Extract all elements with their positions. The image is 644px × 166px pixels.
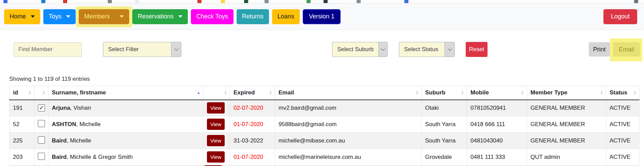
nav-home-button[interactable]: Home <box>4 9 40 24</box>
cell-status: ACTIVE <box>606 149 640 165</box>
column-header-mobile[interactable]: Mobile ▲▼ <box>467 86 527 100</box>
nav-members-button[interactable]: Members <box>79 9 129 24</box>
chevron-down-icon <box>66 15 70 18</box>
sort-icons: ▲▼ <box>42 90 45 95</box>
cell-suburb: Otaki <box>422 100 467 116</box>
column-header-status[interactable]: Status ▲▼ <box>606 86 640 100</box>
row-checkbox[interactable] <box>38 153 45 160</box>
cell-member-type: GENERAL MEMBER <box>527 116 606 133</box>
favicon-icon <box>135 0 139 3</box>
browser-bookmarks-sliver <box>0 0 644 3</box>
cell-mobile: 07810520941 <box>467 100 527 116</box>
favicon-icon <box>244 0 248 3</box>
sort-icons: ▲▼ <box>600 90 603 95</box>
cell-id: 191 <box>10 100 34 116</box>
view-button[interactable]: View <box>207 151 225 163</box>
nav-returns-button[interactable]: Returns <box>237 9 269 24</box>
email-button[interactable]: Email <box>613 42 640 57</box>
cell-status: ACTIVE <box>606 133 640 149</box>
main-navbar: Home Toys Members Reservations Check Toy… <box>0 3 644 30</box>
sort-icons: ▲▼ <box>416 90 419 95</box>
dropdown-arrow-box <box>378 42 387 57</box>
cell-member-type: QUT admin <box>527 149 606 165</box>
column-header-id[interactable]: id ▲▼ <box>10 86 34 100</box>
nav-toys-button[interactable]: Toys <box>43 9 76 24</box>
chevron-down-icon <box>448 46 452 51</box>
cell-mobile: 0481043040 <box>467 133 527 149</box>
column-header-suburb[interactable]: Suburb ▲▼ <box>422 86 467 100</box>
cell-id: 225 <box>10 133 34 149</box>
sort-icons: ▲▼ <box>224 90 227 95</box>
nav-members-label: Members <box>84 13 110 20</box>
cell-email: 9588baird@gmail.com <box>275 116 422 133</box>
column-header-member-type[interactable]: Member Type ▲▼ <box>527 86 606 100</box>
cell-email: michelle@marineleisure.com.au <box>275 149 422 165</box>
view-button[interactable]: View <box>207 119 225 130</box>
favicon-icon <box>197 0 201 3</box>
nav-check-toys-button[interactable]: Check Toys <box>191 9 234 24</box>
sort-ascending-icon: ▲ <box>197 91 200 95</box>
cell-suburb: Grovedale <box>422 149 467 165</box>
select-suburb-value: Select Suburb <box>332 46 378 53</box>
select-status-dropdown[interactable]: Select Status <box>399 42 455 57</box>
button-divider <box>115 10 116 24</box>
table-row: 225 Baird, Michelle View 31-03-2022 mich… <box>10 133 640 149</box>
nav-version-button[interactable]: Version 1 <box>303 9 341 24</box>
email-highlight-wrapper: Email <box>613 42 640 57</box>
column-header-checkbox[interactable]: ▲▼ <box>34 86 48 100</box>
sort-icons: ▲▼ <box>269 90 272 95</box>
table-header-row: id ▲▼ ▲▼ Surname, firstname ▲ ▲▼ Expired… <box>10 86 640 100</box>
cell-suburb: South Yarra <box>422 116 467 133</box>
select-filter-value: Select Filter <box>103 46 171 53</box>
table-row: 52 ASHTON, Michelle View 01-07-2020 9588… <box>10 116 640 133</box>
chevron-down-icon <box>120 15 124 18</box>
filter-toolbar: Select Filter Select Suburb Select Statu… <box>0 42 644 57</box>
column-header-expired[interactable]: Expired ▲▼ <box>230 86 275 100</box>
find-member-input[interactable] <box>14 42 82 57</box>
column-header-email[interactable]: Email ▲▼ <box>275 86 422 100</box>
row-checkbox[interactable] <box>38 104 45 111</box>
column-header-view[interactable]: ▲▼ <box>204 86 230 100</box>
nav-home-label: Home <box>10 13 26 20</box>
cell-status: ACTIVE <box>606 100 640 116</box>
favicon-icon <box>634 0 638 3</box>
cell-id: 52 <box>10 116 34 133</box>
row-checkbox[interactable] <box>38 136 45 144</box>
favicon-icon <box>3 0 8 3</box>
cell-email: michelle@mibase.com.au <box>275 133 422 149</box>
select-suburb-dropdown[interactable]: Select Suburb <box>332 42 388 57</box>
view-button[interactable]: View <box>207 135 225 146</box>
favicon-icon <box>221 0 225 3</box>
reset-button[interactable]: Reset <box>466 42 488 57</box>
dropdown-arrow-box <box>171 42 181 57</box>
sort-icons: ▲▼ <box>28 90 31 95</box>
column-header-name[interactable]: Surname, firstname ▲ <box>48 86 204 100</box>
cell-id: 203 <box>10 149 34 165</box>
view-button[interactable]: View <box>207 102 225 114</box>
cell-name: Baird, Michelle <box>48 133 204 149</box>
cell-name: ASHTON, Michelle <box>48 116 204 133</box>
favicon-icon <box>357 0 361 3</box>
favicon-icon <box>108 0 112 3</box>
chevron-down-icon <box>31 15 35 18</box>
select-status-value: Select Status <box>399 46 445 53</box>
nav-loans-button[interactable]: Loans <box>272 9 300 24</box>
dropdown-arrow-box <box>445 42 454 57</box>
print-button[interactable]: Print <box>589 42 610 57</box>
chevron-down-icon <box>178 15 182 18</box>
table-row: 203 Baird, Michelle & Gregor Smith View … <box>10 149 640 165</box>
favicon-icon <box>265 0 269 3</box>
row-checkbox[interactable] <box>38 120 45 127</box>
cell-expired: 02-07-2020 <box>230 100 275 116</box>
sort-icons: ▲▼ <box>521 90 524 95</box>
members-table: id ▲▼ ▲▼ Surname, firstname ▲ ▲▼ Expired… <box>9 86 640 166</box>
cell-expired: 01-07-2020 <box>230 116 275 133</box>
favicon-icon <box>306 0 311 3</box>
select-filter-dropdown[interactable]: Select Filter <box>103 42 181 57</box>
nav-reservations-button[interactable]: Reservations <box>132 9 188 24</box>
cell-member-type: GENERAL MEMBER <box>527 100 606 116</box>
nav-toys-label: Toys <box>49 13 61 20</box>
logout-button[interactable]: Logout <box>603 9 637 24</box>
entries-summary: Showing 1 to 119 of 119 entries <box>9 76 644 83</box>
chevron-down-icon <box>174 46 179 51</box>
